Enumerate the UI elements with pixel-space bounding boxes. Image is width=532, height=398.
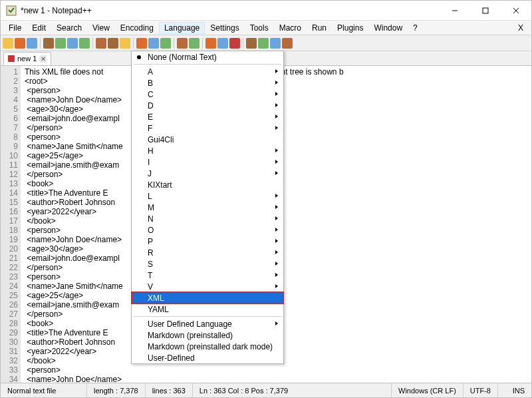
menu-tools[interactable]: Tools (245, 22, 274, 34)
toolbar-btn-18[interactable] (246, 38, 257, 49)
toolbar-btn-7[interactable] (96, 38, 106, 49)
lang-o[interactable]: O (132, 224, 283, 236)
menubar-x-button[interactable]: X (513, 22, 529, 34)
tab-new1[interactable]: new 1 ✕ (3, 52, 51, 65)
app-icon (6, 5, 17, 16)
maximize-button[interactable] (470, 1, 501, 21)
status-position: Ln : 363 Col : 8 Pos : 7,379 (193, 383, 392, 397)
statusbar: Normal text file length : 7,378 lines : … (1, 383, 531, 397)
lang-v[interactable]: V (132, 281, 283, 292)
toolbar-btn-3[interactable] (43, 38, 54, 49)
toolbar-btn-16[interactable] (217, 38, 228, 49)
status-lines: lines : 363 (146, 383, 193, 397)
menu-file[interactable]: File (3, 22, 27, 34)
lang-e[interactable]: E (132, 111, 283, 122)
menubar: FileEditSearchViewEncodingLanguageSettin… (1, 21, 531, 35)
lang-markdownpreinstalled[interactable]: Markdown (preinstalled) (132, 329, 283, 341)
menu-run[interactable]: Run (307, 22, 332, 34)
toolbar-btn-6[interactable] (79, 38, 90, 49)
toolbar-btn-8[interactable] (108, 38, 118, 49)
lang-s[interactable]: S (132, 258, 283, 270)
toolbar-btn-5[interactable] (67, 38, 78, 49)
status-eol: Windows (CR LF) (392, 383, 464, 397)
lang-xml[interactable]: XML (132, 292, 283, 303)
menu-window[interactable]: Window (368, 22, 408, 34)
menu-settings[interactable]: Settings (205, 22, 244, 34)
menu-plugins[interactable]: Plugins (332, 22, 368, 34)
menu-language[interactable]: Language (159, 22, 205, 34)
lang-h[interactable]: H (132, 145, 283, 156)
toolbar-btn-13[interactable] (177, 38, 188, 49)
line-gutter: 1234567891011121314151617181920212223242… (1, 66, 21, 383)
status-encoding: UTF-8 (464, 383, 498, 397)
lang-d[interactable]: D (132, 100, 283, 111)
toolbar-btn-17[interactable] (229, 38, 240, 49)
toolbar-btn-10[interactable] (136, 38, 147, 49)
lang-r[interactable]: R (132, 247, 283, 258)
lang-yaml[interactable]: YAML (132, 303, 283, 315)
lang-gui4cli[interactable]: Gui4Cli (132, 134, 283, 145)
window-title: *new 1 - Notepad++ (21, 6, 440, 15)
lang-p[interactable]: P (132, 236, 283, 247)
toolbar-btn-11[interactable] (148, 38, 159, 49)
svg-rect-2 (483, 8, 488, 13)
toolbar-btn-2[interactable] (27, 38, 37, 49)
toolbar-btn-9[interactable] (120, 38, 130, 49)
lang-j[interactable]: J (132, 168, 283, 179)
toolbar-btn-14[interactable] (189, 38, 200, 49)
menu-search[interactable]: Search (51, 22, 87, 34)
lang-c[interactable]: C (132, 89, 283, 100)
menu-[interactable]: ? (408, 22, 423, 34)
titlebar: *new 1 - Notepad++ (1, 1, 531, 21)
toolbar-btn-1[interactable] (15, 38, 25, 49)
minimize-button[interactable] (440, 1, 470, 21)
lang-f[interactable]: F (132, 122, 283, 134)
lang-n[interactable]: N (132, 213, 283, 224)
lang-a[interactable]: A (132, 66, 283, 77)
menu-macro[interactable]: Macro (274, 22, 307, 34)
lang-markdownpreinstalleddarkmode[interactable]: Markdown (preinstalled dark mode) (132, 341, 283, 352)
tab-label: new 1 (17, 55, 37, 63)
menu-view[interactable]: View (87, 22, 115, 34)
lang-l[interactable]: L (132, 190, 283, 202)
lang-m[interactable]: M (132, 202, 283, 213)
status-filetype: Normal text file (1, 383, 87, 397)
lang-kixtart[interactable]: KIXtart (132, 179, 283, 190)
toolbar-btn-4[interactable] (55, 38, 66, 49)
lang-t[interactable]: T (132, 270, 283, 281)
tab-close-icon[interactable]: ✕ (39, 55, 47, 63)
lang-nonenormaltext[interactable]: None (Normal Text) (132, 51, 283, 63)
lang-userdefinedlanguage[interactable]: User Defined Language (132, 318, 283, 329)
menu-edit[interactable]: Edit (27, 22, 51, 34)
lang-i[interactable]: I (132, 156, 283, 168)
toolbar-btn-0[interactable] (3, 38, 13, 49)
status-ins: INS (498, 383, 531, 397)
language-menu: None (Normal Text)ABCDEFGui4CliHIJKIXtar… (131, 51, 284, 364)
toolbar-btn-15[interactable] (205, 38, 216, 49)
unsaved-icon (8, 55, 15, 62)
bullet-icon (137, 55, 141, 59)
toolbar (1, 35, 531, 51)
lang-b[interactable]: B (132, 77, 283, 89)
close-button[interactable] (501, 1, 531, 21)
toolbar-btn-20[interactable] (270, 38, 281, 49)
toolbar-btn-21[interactable] (282, 38, 293, 49)
status-length: length : 7,378 (87, 383, 146, 397)
lang-userdefined[interactable]: User-Defined (132, 352, 283, 363)
menu-encoding[interactable]: Encoding (115, 22, 159, 34)
toolbar-btn-19[interactable] (258, 38, 269, 49)
toolbar-btn-12[interactable] (160, 38, 171, 49)
